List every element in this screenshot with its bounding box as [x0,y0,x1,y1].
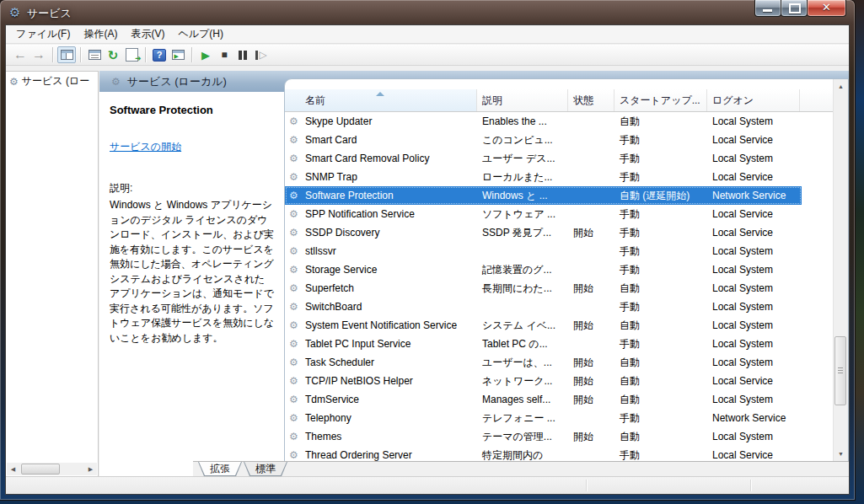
table-row[interactable]: ⚙Superfetch長期間にわた...開始自動Local System [285,279,802,298]
service-gear-icon: ⚙ [289,302,298,312]
cell-name: ⚙Thread Ordering Server [285,449,477,461]
selected-service-name: Software Protection [110,104,275,116]
minimize-button[interactable] [754,0,781,17]
list-header: 名前 説明 状態 スタートアップ... ログオン [285,89,834,112]
forward-button[interactable]: → [30,46,48,63]
start-service-link[interactable]: サービスの開始 [110,140,181,154]
column-header-logon[interactable]: ログオン [707,89,800,111]
minimize-icon [763,9,772,12]
title-bar[interactable]: ⚙ サービス ✕ [0,0,855,25]
help-button[interactable]: ? [150,46,169,63]
menu-bar: ファイル(F) 操作(A) 表示(V) ヘルプ(H) [6,25,849,44]
back-button[interactable]: ← [11,46,30,63]
show-console-tree-button[interactable] [57,46,76,63]
scroll-left-icon[interactable]: ◀ [7,463,19,475]
menu-file[interactable]: ファイル(F) [9,24,77,44]
service-gear-icon: ⚙ [289,153,298,164]
column-header-status[interactable]: 状態 [568,89,614,111]
cell-logon: Local System [707,319,800,331]
table-row[interactable]: ⚙SPP Notification Serviceソフトウェア ...手動Loc… [285,205,802,223]
table-row[interactable]: ⚙System Event Notification Serviceシステム イ… [285,316,802,335]
menu-help[interactable]: ヘルプ(H) [171,24,230,44]
table-row[interactable]: ⚙Tablet PC Input ServiceTablet PC の...手動… [285,335,802,353]
cell-name: ⚙Themes [285,431,477,442]
scroll-down-icon[interactable]: ▼ [834,447,848,461]
cell-name: ⚙SSDP Discovery [285,227,477,239]
close-button[interactable]: ✕ [807,0,846,17]
scroll-right-icon[interactable]: ▶ [84,463,97,475]
cell-logon: Local System [707,282,800,294]
cell-logon: Network Service [707,190,800,201]
table-row[interactable]: ⚙TdmServiceManages self...開始自動Local Syst… [285,390,802,409]
table-row[interactable]: ⚙Smart Cardこのコンピュ...手動Local Service [285,131,802,149]
column-header-description[interactable]: 説明 [477,89,568,111]
stop-service-button[interactable]: ■ [215,46,233,63]
column-header-name[interactable]: 名前 [285,89,477,111]
start-service-button[interactable]: ▶ [196,46,215,63]
table-row[interactable]: ⚙Storage Service記憶装置のグ...手動Local System [285,260,802,279]
cell-logon: Local System [707,394,800,405]
maximize-button[interactable] [781,0,808,17]
cell-name: ⚙Smart Card Removal Policy [285,153,477,164]
table-row[interactable]: ⚙stllssvr手動Local System [285,242,802,260]
table-row[interactable]: ⚙Thread Ordering Server特定期間内の手動Local Ser… [285,446,802,461]
refresh-button[interactable]: ↻ [104,46,122,63]
properties-button[interactable] [85,46,104,63]
table-row[interactable]: ⚙Telephonyテレフォニー ...手動Network Service [285,409,802,427]
table-row[interactable]: ⚙Task Schedulerユーザーは、...開始自動Local System [285,353,802,372]
scroll-up-icon[interactable]: ▲ [834,79,848,94]
extended-view-icon [172,50,185,60]
cell-startup: 手動 [614,207,707,222]
table-row[interactable]: ⚙SSDP DiscoverySSDP 発見プ...開始手動Local Serv… [285,223,802,242]
cell-logon: Local Service [707,375,800,387]
table-row[interactable]: ⚙Software ProtectionWindows と ...自動 (遅延開… [285,186,802,205]
cell-startup: 自動 [614,115,707,129]
cell-startup: 自動 [614,281,707,296]
menu-action[interactable]: 操作(A) [77,24,124,44]
tree-item-services-local[interactable]: ⚙ サービス (ロー [6,72,98,91]
restart-service-button[interactable]: ▷ [252,46,271,63]
tab-extended[interactable]: 拡張 [198,462,242,476]
services-gear-icon: ⚙ [9,5,20,20]
table-row[interactable]: ⚙SwitchBoard手動Local System [285,298,802,316]
cell-startup: 手動 [614,411,707,426]
cell-description: ネットワーク... [477,374,568,389]
table-row[interactable]: ⚙SNMP Trapローカルまた...手動Local Service [285,168,802,186]
service-gear-icon: ⚙ [289,320,298,330]
cell-description: Tablet PC の... [477,337,568,351]
menu-view[interactable]: 表示(V) [124,24,171,44]
cell-startup: 手動 [614,448,707,462]
table-row[interactable]: ⚙Skype UpdaterEnables the ...自動Local Sys… [285,112,802,131]
cell-status: 開始 [568,393,614,407]
description-label: 説明: [110,181,275,196]
cell-status: 開始 [568,319,614,333]
scrollbar-thumb[interactable] [834,336,846,405]
table-row[interactable]: ⚙Smart Card Removal Policyユーザー デス...手動Lo… [285,149,802,168]
column-header-blank [800,89,834,111]
cell-description: このコンピュ... [477,133,568,147]
service-gear-icon: ⚙ [289,450,298,460]
cell-name: ⚙System Event Notification Service [285,319,477,331]
cell-description: 特定期間内の [477,448,568,462]
cell-status: 開始 [568,374,614,389]
table-row[interactable]: ⚙Themesテーマの管理...開始自動Local System [285,427,802,446]
extended-view-button[interactable] [169,46,187,63]
cell-startup: 自動 [614,393,707,407]
service-gear-icon: ⚙ [289,209,298,219]
cell-startup: 自動 [614,430,707,444]
cell-name: ⚙Software Protection [285,190,477,201]
pause-service-button[interactable] [233,46,252,63]
toolbar-separator [80,47,81,62]
tab-standard[interactable]: 標準 [244,462,287,476]
cell-name: ⚙Telephony [285,412,477,424]
list-vertical-scrollbar[interactable]: ▲ ▼ [833,79,848,461]
tree-horizontal-scrollbar[interactable]: ◀ ▶ [7,463,97,475]
scrollbar-thumb[interactable] [21,464,60,475]
toolbar-separator [191,47,192,62]
table-row[interactable]: ⚙TCP/IP NetBIOS Helperネットワーク...開始自動Local… [285,372,802,390]
cell-status: 開始 [568,281,614,296]
cell-logon: Local System [707,264,800,276]
export-list-button[interactable] [122,46,141,63]
close-icon: ✕ [808,1,845,13]
column-header-startup[interactable]: スタートアップ... [614,89,707,111]
